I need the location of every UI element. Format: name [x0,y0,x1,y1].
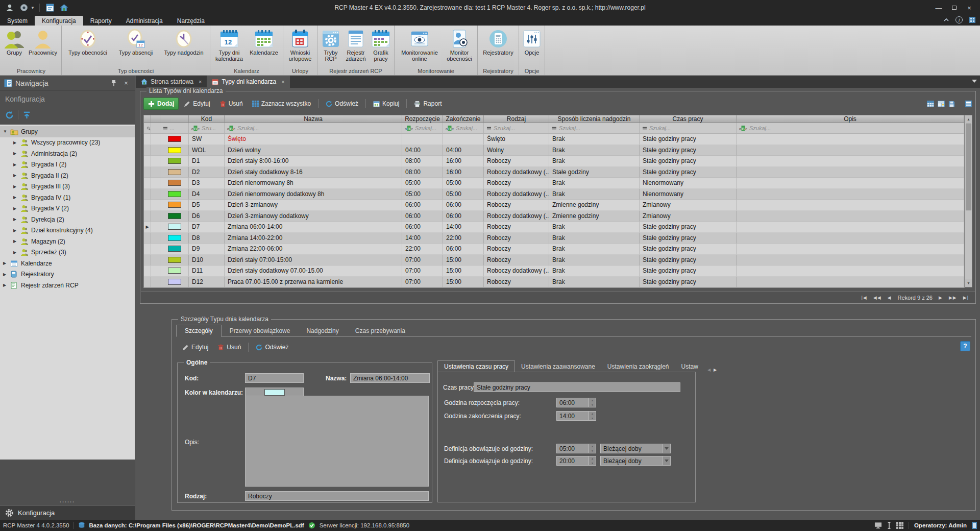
filter-kod[interactable]: aBc Szu... [189,123,225,134]
spinner-value[interactable]: 14:00 [556,411,589,421]
tab-ustawienia-zaokraglen[interactable]: Ustawienia zaokrągleń [601,361,675,372]
expand-arrow-icon[interactable]: ▶ [13,195,20,200]
spinner-value[interactable]: 20:00 [556,456,589,466]
grafik-pracy-button[interactable]: Grafik pracy [369,26,393,67]
tree-item[interactable]: ▶ Rejestr zdarzeń RCP [0,280,135,291]
user-icon[interactable] [4,3,15,13]
collapse-ribbon-icon[interactable] [943,17,949,23]
keypad-icon[interactable] [896,522,903,529]
tree-item[interactable]: ▶ Dyrekcja (2) [0,214,135,225]
table-row[interactable]: D12 Praca 07.00-15.00 z przerwa na karmi… [144,277,964,288]
table-row[interactable]: WOL Dzień wolny 04:00 04:00 Wolny Brak S… [144,145,964,156]
delete-button[interactable]: Usuń [215,98,247,109]
table-row[interactable]: D6 Dzień 3-zmianowy dodatkowy 06:00 06:0… [144,211,964,222]
pin-icon[interactable] [109,79,118,88]
save-layout-icon[interactable] [948,100,955,108]
text-cursor-icon[interactable] [887,522,891,529]
field-chooser-icon[interactable] [965,100,972,108]
tab-ustaw[interactable]: Ustaw [675,361,704,372]
spinner-buttons[interactable]: ▲▼ [589,411,596,421]
table-row[interactable]: SW Święto Święto Brak Stałe godziny prac… [144,134,964,145]
maximize-button[interactable] [946,2,962,14]
spinner-buttons[interactable]: ▲▼ [589,444,596,453]
tab-typy-dni-kalendarza[interactable]: Typy dni kalendarza × [207,76,289,88]
tab-strona-startowa[interactable]: Strona startowa × [136,76,207,88]
kod-field[interactable]: D7 [245,373,304,383]
tree-item[interactable]: ▶ Brygada I (2) [0,159,135,171]
spinner-buttons[interactable]: ▲▼ [589,456,596,466]
filter-rodzaj[interactable]: Szukaj... [484,123,549,134]
tryby-rcp-button[interactable]: Tryby RCP [319,26,342,67]
edit-button[interactable]: Edytuj [178,342,212,353]
typy-absencji-button[interactable]: 12 Typy absencji [112,26,159,67]
tab-czas-przebywania[interactable]: Czas przebywania [347,325,413,336]
kalendarze-button[interactable]: Kalendarze [247,26,281,67]
table-row[interactable]: D5 Dzień 3-zmianowy 06:00 06:00 Roboczy … [144,200,964,211]
tree-item[interactable]: ▶ Brygada III (3) [0,181,135,192]
header-rodzaj[interactable]: Rodzaj [484,115,549,123]
tab-scroll-left-icon[interactable]: ◀ [707,368,710,372]
report-button[interactable]: Raport [410,98,446,109]
tree-item[interactable]: ▶ Magazyn (2) [0,236,135,247]
opis-textarea[interactable] [245,396,429,487]
spin-up-icon[interactable]: ▲ [589,456,596,461]
expand-arrow-icon[interactable]: ▶ [13,162,20,167]
tree-item[interactable]: ▶ Brygada V (2) [0,203,135,214]
license-badge-icon[interactable] [18,3,30,13]
monitorowanie-online-button[interactable]: Monitorowanie online [396,26,443,67]
expand-arrow-icon[interactable]: ▶ [3,261,10,266]
spinner-buttons[interactable]: ▲▼ [589,398,596,407]
tree-item[interactable]: ▶ Administracja (2) [0,148,135,159]
expand-arrow-icon[interactable]: ▶ [13,206,20,211]
header-opis[interactable]: Opis [737,115,964,123]
header-color[interactable] [160,115,189,123]
next-page-button[interactable]: ▶▶ [949,295,957,300]
expand-arrow-icon[interactable]: ▶ [13,173,20,178]
table-row[interactable]: D8 Zmiana 14:00-22:00 14:00 22:00 Robocz… [144,233,964,244]
typy-nadgodzin-button[interactable]: Typy nadgodzin [159,26,208,67]
rodzaj-field[interactable]: Roboczy [245,491,429,501]
table-scrollbar[interactable]: ▲ ▼ [965,115,972,287]
godzina-zakonczenia-spinner[interactable]: 14:00 ▲▼ [556,411,596,421]
table-row[interactable]: D10 Dzień stały 07:00-15:00 07:00 15:00 … [144,255,964,266]
tab-raporty[interactable]: Raporty [83,16,119,26]
pracownicy-button[interactable]: Pracownicy [26,26,60,67]
table-row[interactable]: D2 Dzień stały dodatkowy 8-16 08:00 16:0… [144,167,964,178]
table-row[interactable]: D4 Dzień nienormowany dodatkowy 8h 05:00… [144,189,964,200]
header-rozpoczecie[interactable]: Rozpoczęcie [402,115,443,123]
filter-sposob[interactable]: Szukaj... [549,123,640,134]
tree-item[interactable]: ▶ Sprzedaż (3) [0,247,135,258]
close-button[interactable]: × [962,2,977,14]
opcje-button[interactable]: Opcje [521,26,543,67]
prev-record-button[interactable]: ◀ [888,295,892,300]
rejestratory-button[interactable]: Rejestratory [479,26,517,67]
expand-arrow-icon[interactable]: ▶ [13,140,20,145]
tab-list-chevron-icon[interactable] [972,80,977,83]
typy-obecnosci-button[interactable]: Typy obecności [63,26,112,67]
tree-item[interactable]: ▶ Rejestratory [0,269,135,280]
tab-system[interactable]: System [0,16,35,26]
spin-down-icon[interactable]: ▼ [589,449,596,453]
tab-konfiguracja[interactable]: Konfiguracja [35,16,83,26]
info-icon[interactable]: i [955,16,963,23]
tab-ustawienia-zaawansowane[interactable]: Ustawienia zaawansowane [515,361,601,372]
next-record-button[interactable]: ▶ [939,295,943,300]
rejestr-zdarzen-button[interactable]: Rejestr zdarzeń [342,26,369,67]
tab-scroll-right-icon[interactable]: ▶ [714,368,717,372]
prev-page-button[interactable]: ◀◀ [873,295,881,300]
last-record-button[interactable]: ▶| [963,295,969,300]
close-tab-icon[interactable]: × [281,79,284,85]
dropdown-button[interactable] [662,456,671,466]
expand-arrow-icon[interactable]: ▶ [13,151,20,156]
tree-item[interactable]: ▶ Kalendarze [0,258,135,269]
nazwa-field[interactable]: Zmiana 06:00-14:00 [350,373,430,383]
filter-search-cell[interactable] [144,123,151,134]
edit-button[interactable]: Edytuj [180,98,214,109]
table-row[interactable]: D9 Zmiana 22:00-06:00 22:00 06:00 Robocz… [144,244,964,255]
tree-item[interactable]: ▶ Brygada IV (1) [0,192,135,203]
spin-up-icon[interactable]: ▲ [589,444,596,449]
home-icon[interactable] [59,3,70,13]
czas-pracy-field[interactable]: Stałe godziny pracy [474,382,680,392]
first-record-button[interactable]: |◀ [861,295,867,300]
spinner-value[interactable]: 05:00 [556,444,589,453]
